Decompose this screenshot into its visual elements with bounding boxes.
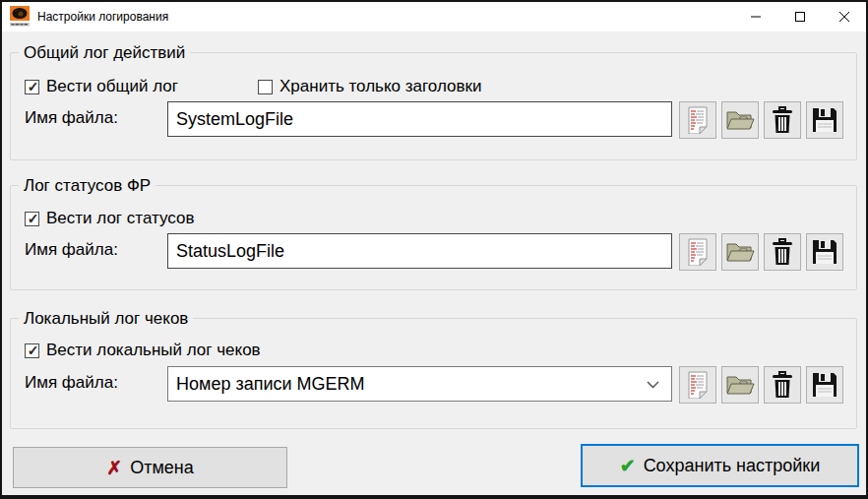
view-log-icon [686,371,710,399]
local-log-open-folder-button[interactable] [721,366,759,404]
checkbox-box [25,212,39,226]
cancel-button-label: Отмена [130,458,194,478]
local-log-filename-combobox[interactable]: Номер записи MGERM [167,366,672,402]
floppy-save-icon [811,238,838,266]
checkbox-keep-status-log[interactable]: Вести лог статусов [25,209,194,228]
groupbox-status-log-title: Лог статусов ФР [19,176,155,196]
checkbox-label: Вести локальный лог чеков [46,341,261,360]
local-log-delete-button[interactable] [764,366,801,404]
groupbox-general-log-title: Общий лог действий [19,43,190,63]
checkbox-box [258,80,273,94]
filename-label: Имя файла: [25,373,118,393]
open-folder-icon [725,372,755,398]
filename-label: Имя файла: [25,108,118,128]
titlebar: Настройки логирования [2,2,866,31]
general-log-filename-input[interactable] [167,101,672,137]
status-log-view-button[interactable] [679,233,716,271]
app-eye-icon [10,6,30,28]
close-button[interactable] [822,2,866,31]
floppy-save-icon [811,106,838,134]
client-area: Общий лог действий Вести общий лог Храни… [2,31,866,495]
floppy-save-icon [811,371,838,399]
minimize-button[interactable] [733,2,777,31]
general-log-delete-button[interactable] [764,101,801,139]
local-log-save-button[interactable] [806,366,843,404]
trash-icon [771,238,794,266]
save-button-label: Сохранить настройки [644,456,821,476]
save-check-icon: ✔ [620,455,636,477]
view-log-icon [686,106,710,134]
status-log-filename-input[interactable] [167,233,672,269]
trash-icon [771,106,794,134]
view-log-icon [686,238,710,266]
checkbox-keep-general-log[interactable]: Вести общий лог [25,77,178,96]
checkbox-headers-only[interactable]: Хранить только заголовки [258,77,481,96]
checkbox-box [25,80,39,94]
window-controls [733,2,866,31]
general-log-view-button[interactable] [679,101,716,139]
maximize-button[interactable] [777,2,822,31]
groupbox-local-receipt-log-title: Локальный лог чеков [19,309,193,329]
status-log-delete-button[interactable] [764,233,801,271]
open-folder-icon [725,239,755,265]
open-folder-icon [725,107,755,133]
filename-label: Имя файла: [25,240,118,260]
status-log-open-folder-button[interactable] [721,233,759,271]
checkbox-label: Вести общий лог [46,77,178,96]
general-log-save-button[interactable] [806,101,843,139]
local-log-view-button[interactable] [679,366,716,404]
status-log-save-button[interactable] [806,233,843,271]
maximize-icon [794,11,806,23]
checkbox-box [25,343,39,358]
chevron-down-icon [647,381,659,389]
trash-icon [771,371,794,399]
cancel-x-icon: ✗ [106,457,122,479]
checkbox-label: Хранить только заголовки [279,77,481,96]
minimize-icon [750,11,762,23]
window-title: Настройки логирования [37,10,168,24]
combobox-value: Номер записи MGERM [176,374,365,395]
dialog-window: Настройки логирования Общий лог действий… [0,0,868,499]
checkbox-keep-local-receipt-log[interactable]: Вести локальный лог чеков [25,341,261,360]
cancel-button[interactable]: ✗ Отмена [13,447,287,488]
close-icon [838,11,850,23]
checkbox-label: Вести лог статусов [46,209,194,228]
general-log-open-folder-button[interactable] [721,101,759,139]
save-settings-button[interactable]: ✔ Сохранить настройки [581,444,859,487]
